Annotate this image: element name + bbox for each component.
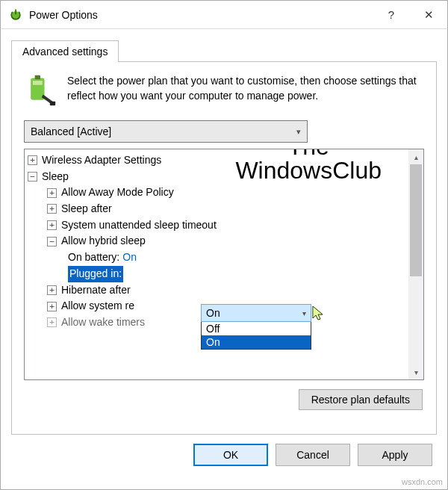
help-button[interactable]: ?: [373, 1, 410, 29]
tree-item-plugged-in[interactable]: Plugged in:: [28, 266, 423, 282]
combobox-option-off[interactable]: Off: [202, 322, 311, 335]
tree-item-system-unattended[interactable]: + System unattended sleep timeout: [28, 217, 423, 234]
settings-tree: + Wireless Adapter Settings − Sleep + Al…: [24, 149, 424, 380]
on-battery-value[interactable]: On: [122, 249, 137, 266]
scroll-up-button[interactable]: ▴: [408, 149, 423, 164]
tab-strip: Advanced settings: [11, 40, 437, 61]
dialog-buttons: OK Cancel Apply: [1, 435, 447, 475]
svg-rect-4: [50, 102, 55, 106]
power-plan-selected: Balanced [Active]: [31, 125, 111, 137]
window-title: Power Options: [29, 9, 373, 21]
collapse-icon[interactable]: −: [47, 237, 57, 246]
tree-item-on-battery[interactable]: On battery: On: [28, 249, 423, 266]
power-icon: [8, 7, 23, 22]
chevron-down-icon: ▾: [302, 309, 306, 317]
ok-button[interactable]: OK: [193, 444, 268, 466]
tree-item-allow-away-mode[interactable]: + Allow Away Mode Policy: [28, 184, 423, 201]
expand-icon[interactable]: +: [28, 155, 37, 165]
tree-item-allow-hybrid-sleep[interactable]: − Allow hybrid sleep: [28, 233, 423, 249]
expand-icon[interactable]: +: [47, 220, 57, 230]
expand-icon[interactable]: +: [47, 317, 57, 327]
tab-panel: Select the power plan that you want to c…: [11, 61, 437, 435]
svg-rect-3: [33, 81, 43, 85]
battery-icon: [24, 74, 57, 107]
tree-item-sleep-after[interactable]: + Sleep after: [28, 201, 423, 217]
combobox-option-on[interactable]: On: [202, 335, 311, 349]
restore-plan-defaults-button[interactable]: Restore plan defaults: [299, 389, 423, 410]
expand-icon[interactable]: +: [47, 188, 57, 198]
plugged-in-combobox[interactable]: On ▾ Off On: [201, 304, 311, 350]
tree-item-sleep[interactable]: − Sleep: [28, 169, 423, 185]
plugged-in-label: Plugged in:: [68, 266, 123, 282]
chevron-down-icon: ▾: [296, 127, 301, 137]
apply-button[interactable]: Apply: [358, 444, 432, 466]
cancel-button[interactable]: Cancel: [276, 444, 350, 466]
expand-icon[interactable]: +: [47, 302, 57, 311]
tab-advanced-settings[interactable]: Advanced settings: [11, 40, 119, 62]
vertical-scrollbar[interactable]: ▴ ▾: [408, 149, 423, 379]
scroll-thumb[interactable]: [410, 164, 422, 276]
description-text: Select the power plan that you want to c…: [67, 74, 424, 103]
close-button[interactable]: ✕: [410, 1, 447, 29]
power-plan-dropdown[interactable]: Balanced [Active] ▾: [24, 120, 308, 143]
scroll-down-button[interactable]: ▾: [408, 365, 423, 379]
combobox-list: Off On: [201, 322, 311, 350]
combobox-selected[interactable]: On ▾: [201, 304, 311, 322]
titlebar: Power Options ? ✕: [1, 1, 447, 29]
collapse-icon[interactable]: −: [28, 172, 37, 182]
client-area: Advanced settings Select the power plan …: [1, 29, 447, 435]
svg-rect-2: [35, 75, 40, 80]
tree-item-hibernate-after[interactable]: + Hibernate after: [28, 282, 423, 299]
site-watermark: wsxdn.com: [402, 477, 443, 486]
tree-item-wireless[interactable]: + Wireless Adapter Settings: [28, 152, 423, 169]
expand-icon[interactable]: +: [47, 204, 57, 214]
power-options-dialog: Power Options ? ✕ Advanced settings Sele…: [0, 0, 448, 490]
expand-icon[interactable]: +: [47, 285, 57, 295]
